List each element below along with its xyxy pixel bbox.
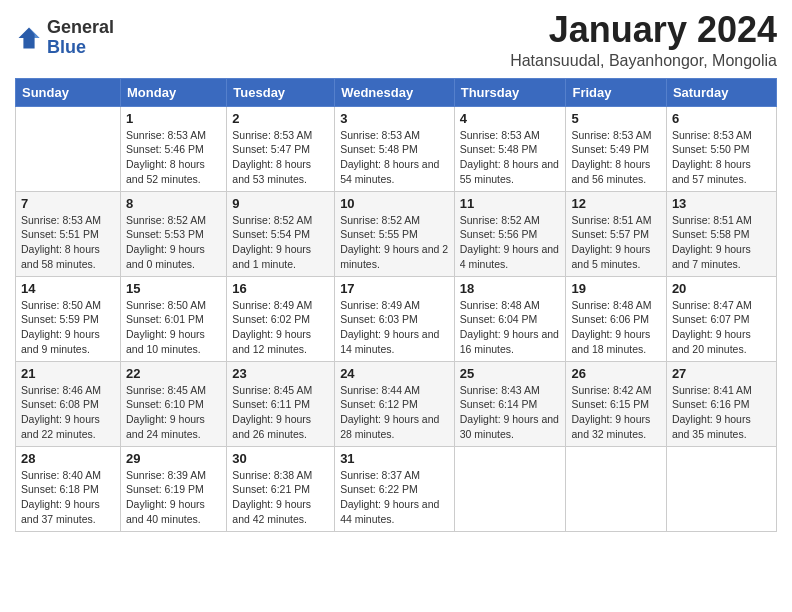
calendar-cell: 22Sunrise: 8:45 AMSunset: 6:10 PMDayligh… [121,361,227,446]
day-info: Sunrise: 8:48 AMSunset: 6:06 PMDaylight:… [571,298,660,357]
weekday-header: Friday [566,78,666,106]
calendar-cell: 10Sunrise: 8:52 AMSunset: 5:55 PMDayligh… [335,191,455,276]
day-info: Sunrise: 8:53 AMSunset: 5:48 PMDaylight:… [460,128,561,187]
day-number: 7 [21,196,115,211]
title-section: January 2024 Hatansuudal, Bayanhongor, M… [510,10,777,70]
day-info: Sunrise: 8:52 AMSunset: 5:55 PMDaylight:… [340,213,449,272]
day-info: Sunrise: 8:45 AMSunset: 6:10 PMDaylight:… [126,383,221,442]
calendar-cell: 15Sunrise: 8:50 AMSunset: 6:01 PMDayligh… [121,276,227,361]
day-info: Sunrise: 8:41 AMSunset: 6:16 PMDaylight:… [672,383,771,442]
day-number: 12 [571,196,660,211]
logo-text: General Blue [47,18,114,58]
calendar-cell: 28Sunrise: 8:40 AMSunset: 6:18 PMDayligh… [16,446,121,531]
day-number: 30 [232,451,329,466]
calendar-cell: 19Sunrise: 8:48 AMSunset: 6:06 PMDayligh… [566,276,666,361]
calendar-cell [666,446,776,531]
day-info: Sunrise: 8:40 AMSunset: 6:18 PMDaylight:… [21,468,115,527]
calendar-cell: 25Sunrise: 8:43 AMSunset: 6:14 PMDayligh… [454,361,566,446]
day-number: 22 [126,366,221,381]
day-number: 18 [460,281,561,296]
day-number: 16 [232,281,329,296]
logo-icon [15,24,43,52]
day-number: 3 [340,111,449,126]
weekday-header: Saturday [666,78,776,106]
day-number: 26 [571,366,660,381]
day-number: 31 [340,451,449,466]
calendar-week-row: 28Sunrise: 8:40 AMSunset: 6:18 PMDayligh… [16,446,777,531]
day-info: Sunrise: 8:42 AMSunset: 6:15 PMDaylight:… [571,383,660,442]
calendar-week-row: 14Sunrise: 8:50 AMSunset: 5:59 PMDayligh… [16,276,777,361]
day-info: Sunrise: 8:44 AMSunset: 6:12 PMDaylight:… [340,383,449,442]
calendar-cell: 18Sunrise: 8:48 AMSunset: 6:04 PMDayligh… [454,276,566,361]
calendar-cell: 17Sunrise: 8:49 AMSunset: 6:03 PMDayligh… [335,276,455,361]
weekday-header: Sunday [16,78,121,106]
calendar-table: SundayMondayTuesdayWednesdayThursdayFrid… [15,78,777,532]
day-info: Sunrise: 8:46 AMSunset: 6:08 PMDaylight:… [21,383,115,442]
day-number: 20 [672,281,771,296]
calendar-cell: 6Sunrise: 8:53 AMSunset: 5:50 PMDaylight… [666,106,776,191]
calendar-cell: 21Sunrise: 8:46 AMSunset: 6:08 PMDayligh… [16,361,121,446]
weekday-header: Wednesday [335,78,455,106]
day-number: 5 [571,111,660,126]
day-number: 27 [672,366,771,381]
day-number: 2 [232,111,329,126]
day-number: 21 [21,366,115,381]
day-number: 15 [126,281,221,296]
day-info: Sunrise: 8:43 AMSunset: 6:14 PMDaylight:… [460,383,561,442]
day-info: Sunrise: 8:53 AMSunset: 5:50 PMDaylight:… [672,128,771,187]
day-info: Sunrise: 8:50 AMSunset: 6:01 PMDaylight:… [126,298,221,357]
calendar-cell: 23Sunrise: 8:45 AMSunset: 6:11 PMDayligh… [227,361,335,446]
calendar-cell: 3Sunrise: 8:53 AMSunset: 5:48 PMDaylight… [335,106,455,191]
calendar-week-row: 7Sunrise: 8:53 AMSunset: 5:51 PMDaylight… [16,191,777,276]
calendar-cell: 8Sunrise: 8:52 AMSunset: 5:53 PMDaylight… [121,191,227,276]
weekday-header: Monday [121,78,227,106]
day-number: 4 [460,111,561,126]
day-info: Sunrise: 8:39 AMSunset: 6:19 PMDaylight:… [126,468,221,527]
day-number: 13 [672,196,771,211]
day-info: Sunrise: 8:49 AMSunset: 6:03 PMDaylight:… [340,298,449,357]
day-info: Sunrise: 8:53 AMSunset: 5:47 PMDaylight:… [232,128,329,187]
day-number: 29 [126,451,221,466]
day-number: 8 [126,196,221,211]
day-info: Sunrise: 8:50 AMSunset: 5:59 PMDaylight:… [21,298,115,357]
calendar-cell [566,446,666,531]
header-row: SundayMondayTuesdayWednesdayThursdayFrid… [16,78,777,106]
calendar-cell: 1Sunrise: 8:53 AMSunset: 5:46 PMDaylight… [121,106,227,191]
calendar-cell: 11Sunrise: 8:52 AMSunset: 5:56 PMDayligh… [454,191,566,276]
calendar-cell: 9Sunrise: 8:52 AMSunset: 5:54 PMDaylight… [227,191,335,276]
day-info: Sunrise: 8:38 AMSunset: 6:21 PMDaylight:… [232,468,329,527]
calendar-cell: 16Sunrise: 8:49 AMSunset: 6:02 PMDayligh… [227,276,335,361]
day-number: 24 [340,366,449,381]
logo: General Blue [15,18,114,58]
day-info: Sunrise: 8:52 AMSunset: 5:53 PMDaylight:… [126,213,221,272]
calendar-cell: 29Sunrise: 8:39 AMSunset: 6:19 PMDayligh… [121,446,227,531]
day-info: Sunrise: 8:52 AMSunset: 5:54 PMDaylight:… [232,213,329,272]
calendar-cell: 4Sunrise: 8:53 AMSunset: 5:48 PMDaylight… [454,106,566,191]
calendar-cell: 13Sunrise: 8:51 AMSunset: 5:58 PMDayligh… [666,191,776,276]
day-number: 9 [232,196,329,211]
calendar-cell: 27Sunrise: 8:41 AMSunset: 6:16 PMDayligh… [666,361,776,446]
calendar-cell: 14Sunrise: 8:50 AMSunset: 5:59 PMDayligh… [16,276,121,361]
day-info: Sunrise: 8:53 AMSunset: 5:46 PMDaylight:… [126,128,221,187]
day-number: 19 [571,281,660,296]
day-info: Sunrise: 8:37 AMSunset: 6:22 PMDaylight:… [340,468,449,527]
page-header: General Blue January 2024 Hatansuudal, B… [15,10,777,70]
weekday-header: Tuesday [227,78,335,106]
day-number: 10 [340,196,449,211]
day-number: 14 [21,281,115,296]
calendar-cell [16,106,121,191]
day-info: Sunrise: 8:52 AMSunset: 5:56 PMDaylight:… [460,213,561,272]
day-info: Sunrise: 8:48 AMSunset: 6:04 PMDaylight:… [460,298,561,357]
day-number: 25 [460,366,561,381]
month-title: January 2024 [510,10,777,50]
calendar-cell: 31Sunrise: 8:37 AMSunset: 6:22 PMDayligh… [335,446,455,531]
day-info: Sunrise: 8:49 AMSunset: 6:02 PMDaylight:… [232,298,329,357]
calendar-cell: 2Sunrise: 8:53 AMSunset: 5:47 PMDaylight… [227,106,335,191]
day-info: Sunrise: 8:53 AMSunset: 5:49 PMDaylight:… [571,128,660,187]
day-info: Sunrise: 8:51 AMSunset: 5:57 PMDaylight:… [571,213,660,272]
day-number: 23 [232,366,329,381]
location: Hatansuudal, Bayanhongor, Mongolia [510,52,777,70]
day-number: 1 [126,111,221,126]
day-number: 11 [460,196,561,211]
calendar-cell: 7Sunrise: 8:53 AMSunset: 5:51 PMDaylight… [16,191,121,276]
